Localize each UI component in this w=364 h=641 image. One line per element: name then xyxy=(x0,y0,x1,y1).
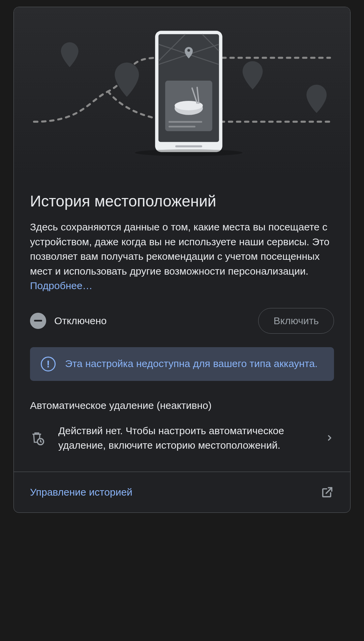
footer: Управление историей xyxy=(14,472,350,512)
auto-delete-row[interactable]: Действий нет. Чтобы настроить автоматиче… xyxy=(30,423,334,472)
enable-button[interactable]: Включить xyxy=(258,308,334,334)
description-body: Здесь сохраняются данные о том, какие ме… xyxy=(30,221,330,277)
chevron-right-icon xyxy=(325,434,334,442)
learn-more-link[interactable]: Подробнее… xyxy=(30,280,93,291)
svg-rect-14 xyxy=(169,126,195,128)
status-row: Отключено Включить xyxy=(30,308,334,334)
alert-info-icon: ! xyxy=(41,357,56,371)
auto-delete-icon xyxy=(30,430,45,445)
description-text: Здесь сохраняются данные о том, какие ме… xyxy=(30,220,334,293)
svg-point-7 xyxy=(187,49,190,52)
svg-rect-13 xyxy=(169,121,202,123)
open-external-icon[interactable] xyxy=(321,485,334,499)
manage-history-link[interactable]: Управление историей xyxy=(30,486,132,498)
alert-text: Эта настройка недоступна для вашего типа… xyxy=(65,357,317,371)
phone-map-illustration xyxy=(14,7,350,176)
paused-icon xyxy=(30,313,46,329)
status-label: Отключено xyxy=(54,315,107,327)
page-title: История местоположений xyxy=(30,192,334,210)
svg-point-15 xyxy=(135,149,242,156)
unavailable-alert: ! Эта настройка недоступна для вашего ти… xyxy=(30,347,334,381)
status-left: Отключено xyxy=(30,313,107,329)
location-history-card: История местоположений Здесь сохраняются… xyxy=(13,7,351,513)
auto-delete-text: Действий нет. Чтобы настроить автоматиче… xyxy=(58,423,312,453)
hero-illustration xyxy=(14,7,350,176)
auto-delete-heading: Автоматическое удаление (неактивно) xyxy=(30,400,334,411)
svg-rect-2 xyxy=(175,145,202,147)
